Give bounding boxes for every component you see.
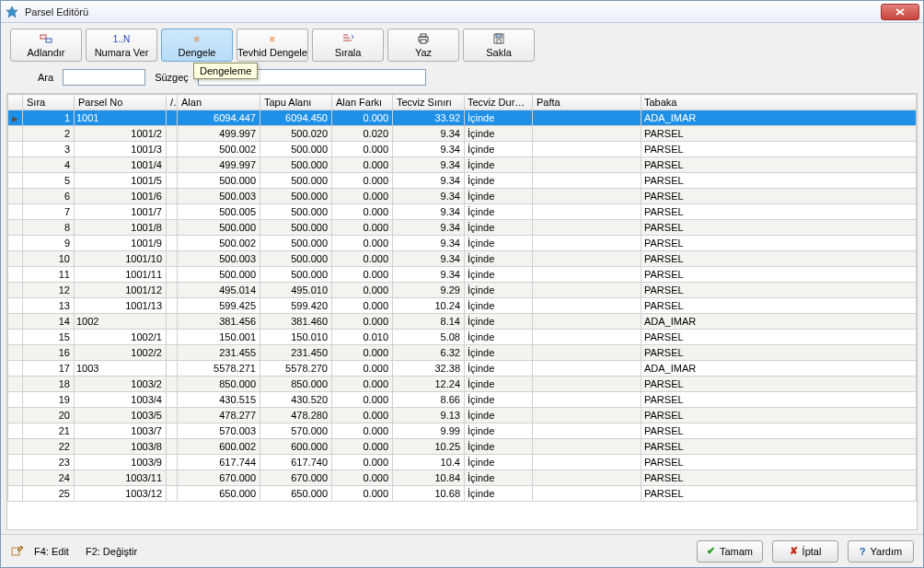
cell-slash — [167, 423, 178, 439]
col-pafta[interactable]: Pafta — [533, 95, 641, 110]
table-row[interactable]: 1710035578.2715578.2700.00032.38İçindeAD… — [8, 361, 917, 377]
table-row[interactable]: 61001/6500.003500.0000.0009.34İçindePARS… — [8, 189, 917, 204]
cell-durum: İçinde — [465, 220, 533, 236]
cancel-button[interactable]: ✘ İptal — [772, 540, 838, 562]
cell-tapu: 500.020 — [260, 126, 332, 142]
toolbar: Adlandır 1..N Numara Ver ≡ Dengele Denge… — [1, 23, 923, 65]
cell-fark: 0.000 — [332, 204, 393, 220]
sirala-button[interactable]: Sırala — [312, 29, 384, 62]
cell-durum: İçinde — [465, 173, 533, 189]
cell-tabaka: PARSEL — [641, 267, 917, 283]
close-button[interactable] — [881, 4, 919, 20]
cell-tecviz: 9.34 — [393, 189, 465, 204]
ara-input[interactable] — [63, 69, 145, 86]
cell-tecviz: 9.13 — [393, 408, 465, 423]
cell-slash — [167, 361, 178, 377]
row-indicator: ▶ — [8, 110, 23, 126]
col-sira[interactable]: Sıra — [23, 95, 75, 110]
row-header-col[interactable] — [8, 95, 23, 110]
table-row[interactable]: 231003/9617.744617.7400.00010.4İçindePAR… — [8, 455, 917, 470]
cell-fark: 0.000 — [332, 408, 393, 423]
cell-tapu: 500.000 — [260, 236, 332, 251]
cell-fark: 0.000 — [332, 267, 393, 283]
data-grid[interactable]: Sıra Parsel No / Alan Tapu Alanı Alan Fa… — [6, 93, 918, 530]
table-row[interactable]: 31001/3500.002500.0000.0009.34İçindePARS… — [8, 142, 917, 157]
save-icon — [492, 32, 505, 45]
cell-pafta — [533, 439, 641, 455]
table-row[interactable]: 101001/10500.003500.0000.0009.34İçindePA… — [8, 251, 917, 267]
cell-tecviz: 8.66 — [393, 392, 465, 408]
cell-tapu: 650.000 — [260, 486, 332, 502]
table-row[interactable]: 131001/13599.425599.4200.00010.24İçindeP… — [8, 298, 917, 314]
row-indicator — [8, 236, 23, 251]
cell-pafta — [533, 361, 641, 377]
cell-pafta — [533, 314, 641, 330]
help-button[interactable]: ? Yardım — [848, 540, 914, 562]
table-row[interactable]: 181003/2850.000850.0000.00012.24İçindePA… — [8, 377, 917, 392]
cell-parsel: 1001/8 — [75, 220, 167, 236]
col-fark[interactable]: Alan Farkı — [332, 95, 393, 110]
cell-slash — [167, 408, 178, 423]
table-row[interactable]: 81001/8500.000500.0000.0009.34İçindePARS… — [8, 220, 917, 236]
table-row[interactable]: 191003/4430.515430.5200.0008.66İçindePAR… — [8, 392, 917, 408]
col-tabaka[interactable]: Tabaka — [641, 95, 917, 110]
cell-pafta — [533, 267, 641, 283]
table-row[interactable]: 141002381.456381.4600.0008.14İçindeADA_I… — [8, 314, 917, 330]
row-indicator — [8, 392, 23, 408]
sakla-button[interactable]: Sakla — [463, 29, 535, 62]
cell-slash — [167, 283, 178, 298]
svg-rect-7 — [496, 34, 502, 38]
cell-alan: 430.515 — [178, 392, 260, 408]
table-row[interactable]: 221003/8600.002600.0000.00010.25İçindePA… — [8, 439, 917, 455]
col-alan[interactable]: Alan — [178, 95, 260, 110]
row-indicator — [8, 361, 23, 377]
cell-tabaka: PARSEL — [641, 283, 917, 298]
cell-pafta — [533, 251, 641, 267]
cell-slash — [167, 204, 178, 220]
table-row[interactable]: 91001/9500.002500.0000.0009.34İçindePARS… — [8, 236, 917, 251]
cell-durum: İçinde — [465, 314, 533, 330]
cell-pafta — [533, 157, 641, 173]
table-row[interactable]: 241003/11670.000670.0000.00010.84İçindeP… — [8, 470, 917, 486]
cell-durum: İçinde — [465, 486, 533, 502]
cell-tapu: 570.000 — [260, 423, 332, 439]
table-row[interactable]: 151002/1150.001150.0100.0105.08İçindePAR… — [8, 330, 917, 345]
table-row[interactable]: 161002/2231.455231.4500.0006.32İçindePAR… — [8, 345, 917, 361]
col-slash[interactable]: / — [167, 95, 178, 110]
filter-bar: Ara Süzgeç — [1, 65, 923, 93]
cell-parsel: 1003 — [75, 361, 167, 377]
cell-fark: 0.000 — [332, 251, 393, 267]
table-row[interactable]: ▶110016094.4476094.4500.00033.92İçindeAD… — [8, 110, 917, 126]
adlandir-button[interactable]: Adlandır — [10, 29, 82, 62]
cell-durum: İçinde — [465, 283, 533, 298]
table-row[interactable]: 121001/12495.014495.0100.0009.29İçindePA… — [8, 283, 917, 298]
col-durum[interactable]: Tecviz Durum — [465, 95, 533, 110]
row-indicator — [8, 298, 23, 314]
table-row[interactable]: 41001/4499.997500.0000.0009.34İçindePARS… — [8, 157, 917, 173]
cell-sira: 10 — [23, 251, 75, 267]
dengele-button[interactable]: ≡ Dengele Dengeleme — [161, 29, 233, 62]
table-row[interactable]: 51001/5500.000500.0000.0009.34İçindePARS… — [8, 173, 917, 189]
col-tapu[interactable]: Tapu Alanı — [260, 95, 332, 110]
cell-slash — [167, 486, 178, 502]
table-row[interactable]: 211003/7570.003570.0000.0009.99İçindePAR… — [8, 423, 917, 439]
cell-slash — [167, 330, 178, 345]
numaraver-button[interactable]: 1..N Numara Ver — [86, 29, 157, 62]
svg-rect-2 — [46, 39, 52, 42]
table-row[interactable]: 251003/12650.000650.0000.00010.68İçindeP… — [8, 486, 917, 502]
yaz-button[interactable]: Yaz — [387, 29, 459, 62]
svg-rect-8 — [497, 40, 501, 43]
table-row[interactable]: 201003/5478.277478.2800.0009.13İçindePAR… — [8, 408, 917, 423]
col-parsel[interactable]: Parsel No — [75, 95, 167, 110]
cell-tapu: 500.000 — [260, 157, 332, 173]
table-row[interactable]: 71001/7500.005500.0000.0009.34İçindePARS… — [8, 204, 917, 220]
table-row[interactable]: 111001/11500.000500.0000.0009.34İçindePA… — [8, 267, 917, 283]
cell-durum: İçinde — [465, 251, 533, 267]
tevhid-dengele-button[interactable]: ≡ Tevhid Dengele — [237, 29, 308, 62]
cell-slash — [167, 189, 178, 204]
cell-tecviz: 9.34 — [393, 220, 465, 236]
table-row[interactable]: 21001/2499.997500.0200.0209.34İçindePARS… — [8, 126, 917, 142]
col-tecviz[interactable]: Tecviz Sınırı — [393, 95, 465, 110]
numaraver-label: Numara Ver — [95, 47, 149, 58]
ok-button[interactable]: ✔ Tamam — [697, 540, 763, 562]
